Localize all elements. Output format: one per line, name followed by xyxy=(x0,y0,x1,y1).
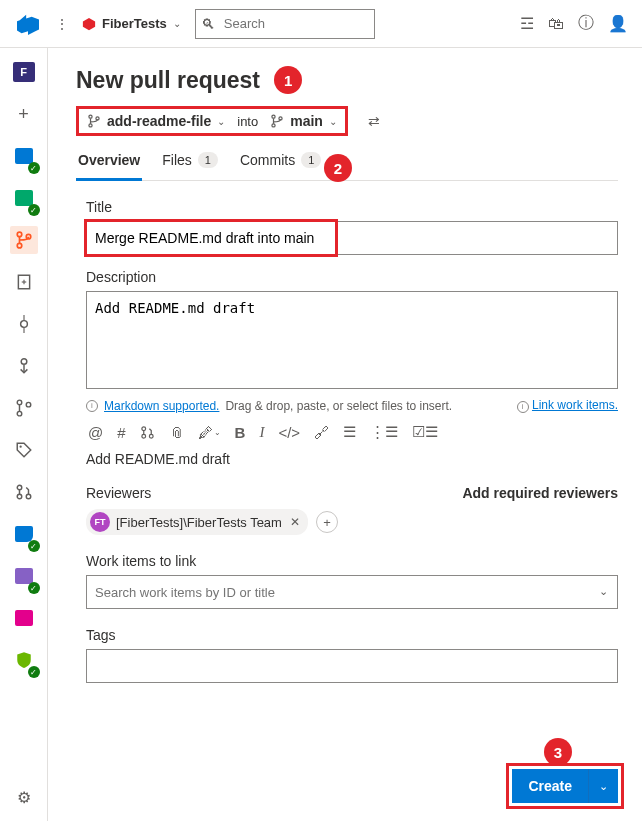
rail-branches[interactable] xyxy=(10,394,38,422)
reviewers-label: Reviewers xyxy=(86,485,151,501)
help-icon[interactable]: ⓘ xyxy=(578,13,594,34)
rail-files[interactable] xyxy=(10,268,38,296)
tab-commits[interactable]: Commits1 xyxy=(238,146,323,181)
svg-point-22 xyxy=(272,124,275,127)
into-label: into xyxy=(233,114,262,129)
rail-pink[interactable] xyxy=(10,604,38,632)
source-branch-picker[interactable]: add-readme-file ⌄ xyxy=(87,113,225,129)
svg-point-26 xyxy=(149,434,153,438)
chevron-down-icon: ⌄ xyxy=(217,116,225,127)
rail-pipelines-1[interactable]: ✓ xyxy=(10,520,38,548)
workitems-label: Work items to link xyxy=(86,553,618,569)
tags-input[interactable] xyxy=(86,649,618,683)
svg-point-1 xyxy=(17,243,22,248)
rail-artifacts[interactable]: ✓ xyxy=(10,562,38,590)
svg-point-17 xyxy=(26,494,31,499)
chevron-down-icon: ⌄ xyxy=(329,116,337,127)
page-title: New pull request xyxy=(76,67,260,94)
create-button[interactable]: Create xyxy=(512,769,588,803)
mention-button[interactable]: @ xyxy=(88,424,103,441)
bold-button[interactable]: B xyxy=(235,424,246,441)
git-branch-icon xyxy=(15,231,33,249)
rail-tags[interactable] xyxy=(10,436,38,464)
target-branch-name: main xyxy=(290,113,323,129)
kebab-menu-icon[interactable]: ⋮ xyxy=(52,16,72,32)
rail-project-f[interactable]: F xyxy=(10,58,38,86)
search-icon: 🔍︎ xyxy=(201,16,215,32)
svg-point-13 xyxy=(26,402,31,407)
rail-green-shield[interactable]: ✓ xyxy=(10,646,38,674)
add-reviewer-button[interactable]: + xyxy=(316,511,338,533)
git-branch-icon xyxy=(270,114,284,128)
list-icon[interactable]: ☲ xyxy=(520,14,534,33)
tab-overview-label: Overview xyxy=(78,152,140,168)
svg-point-24 xyxy=(141,426,145,430)
svg-point-11 xyxy=(17,400,22,405)
create-highlight: Create ⌄ xyxy=(506,763,624,809)
search-input[interactable] xyxy=(195,9,375,39)
rail-pushes[interactable] xyxy=(10,352,38,380)
project-icon xyxy=(82,17,96,31)
description-input[interactable] xyxy=(86,291,618,389)
tab-overview[interactable]: Overview xyxy=(76,146,142,181)
gear-icon: ⚙ xyxy=(17,788,31,807)
rail-commits[interactable] xyxy=(10,310,38,338)
link-button[interactable]: 🔗︎ xyxy=(314,424,329,441)
tab-commits-label: Commits xyxy=(240,152,295,168)
italic-button[interactable]: I xyxy=(259,424,264,441)
swap-branches-button[interactable]: ⇄ xyxy=(368,113,380,129)
description-label: Description xyxy=(86,269,618,285)
numberlist-button[interactable]: ⋮☰ xyxy=(370,423,398,441)
rail-boards[interactable]: ✓ xyxy=(10,142,38,170)
workitems-input[interactable] xyxy=(86,575,618,609)
files-count-badge: 1 xyxy=(198,152,218,168)
add-required-reviewers-button[interactable]: Add required reviewers xyxy=(462,485,618,501)
info-icon: i xyxy=(86,400,98,412)
commits-count-badge: 1 xyxy=(301,152,321,168)
callout-2: 2 xyxy=(324,154,352,182)
title-input[interactable] xyxy=(86,221,618,255)
side-rail: F + ✓ ✓ ✓ ✓ ✓ ⚙ xyxy=(0,48,48,821)
link-work-items-link[interactable]: Link work items. xyxy=(532,398,618,412)
dragdrop-hint: Drag & drop, paste, or select files to i… xyxy=(225,399,452,413)
reviewer-chip[interactable]: FT [FiberTests]\FiberTests Team ✕ xyxy=(86,509,308,535)
title-label: Title xyxy=(86,199,618,215)
rail-settings[interactable]: ⚙ xyxy=(10,783,38,811)
create-split-button[interactable]: ⌄ xyxy=(588,769,618,803)
svg-point-0 xyxy=(17,232,22,237)
chevron-down-icon: ⌄ xyxy=(173,18,181,29)
svg-point-18 xyxy=(89,115,92,118)
checklist-button[interactable]: ☑☰ xyxy=(412,423,438,441)
svg-point-16 xyxy=(17,494,22,499)
svg-point-14 xyxy=(19,446,21,448)
azure-devops-logo[interactable] xyxy=(8,13,48,35)
callout-1: 1 xyxy=(274,66,302,94)
tab-files-label: Files xyxy=(162,152,192,168)
project-picker[interactable]: FiberTests ⌄ xyxy=(76,12,187,35)
marketplace-icon[interactable]: 🛍︎ xyxy=(548,15,564,33)
svg-point-15 xyxy=(17,485,22,490)
tab-files[interactable]: Files1 xyxy=(160,146,220,181)
bulletlist-button[interactable]: ☰ xyxy=(343,423,356,441)
code-button[interactable]: </> xyxy=(278,424,300,441)
branch-selector-outline: add-readme-file ⌄ into main ⌄ xyxy=(76,106,348,136)
rail-add[interactable]: + xyxy=(10,100,38,128)
markdown-link[interactable]: Markdown supported. xyxy=(104,399,219,413)
source-branch-name: add-readme-file xyxy=(107,113,211,129)
git-branch-icon xyxy=(87,114,101,128)
remove-reviewer-button[interactable]: ✕ xyxy=(288,515,300,529)
svg-point-6 xyxy=(20,321,27,328)
project-name: FiberTests xyxy=(102,16,167,31)
rail-pullrequests[interactable] xyxy=(10,478,38,506)
svg-point-25 xyxy=(141,434,145,438)
rail-testplans[interactable]: ✓ xyxy=(10,184,38,212)
workitem-button[interactable]: # xyxy=(117,424,125,441)
user-settings-icon[interactable]: 👤 xyxy=(608,14,628,33)
search-box[interactable]: 🔍︎ xyxy=(195,9,375,39)
attach-button[interactable]: 📎︎ xyxy=(169,424,184,441)
target-branch-picker[interactable]: main ⌄ xyxy=(270,113,337,129)
rail-repos[interactable] xyxy=(10,226,38,254)
pr-button[interactable] xyxy=(140,425,155,440)
avatar: FT xyxy=(90,512,110,532)
heading-button[interactable]: 🖉⌄ xyxy=(198,424,221,441)
